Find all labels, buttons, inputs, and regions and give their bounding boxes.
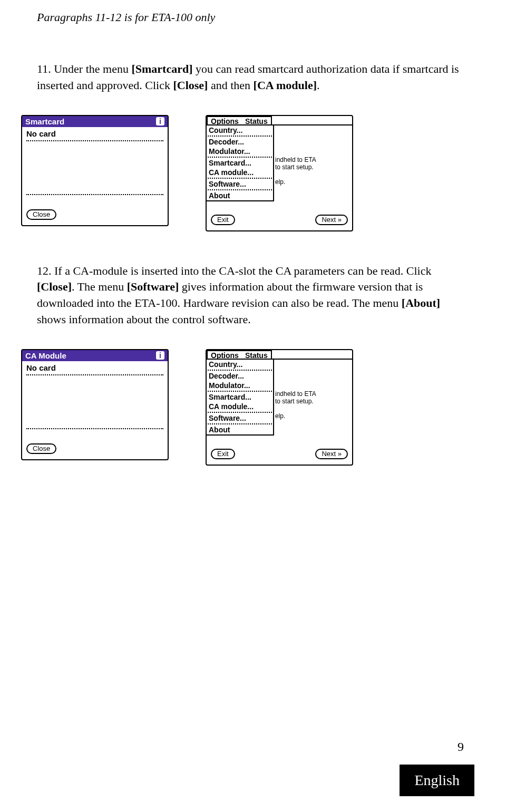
device-options: Options Status Country... Decoder... Mod… xyxy=(206,115,353,231)
header-note: Paragraphs 11-12 is for ETA-100 only xyxy=(37,11,469,24)
divider xyxy=(208,178,272,179)
menu-item-about[interactable]: About xyxy=(207,191,273,200)
menu-item-about[interactable]: About xyxy=(207,425,273,434)
divider xyxy=(26,140,163,141)
para-text: Under the menu xyxy=(51,62,132,75)
device-options: Options Status Country... Decoder... Mod… xyxy=(206,349,353,466)
device-body: No card xyxy=(22,361,168,440)
next-button[interactable]: Next » xyxy=(315,215,348,225)
device-smartcard: Smartcard i No card Close xyxy=(21,115,169,226)
bg-text: to start setup. xyxy=(275,163,314,171)
menu-ref: [CA module] xyxy=(254,79,317,92)
bg-text: indheld to ETA xyxy=(275,156,316,163)
para-text: . xyxy=(317,79,320,92)
para-text: shows information about the control soft… xyxy=(37,313,251,326)
exit-button[interactable]: Exit xyxy=(211,215,235,225)
bg-text: indheld to ETA xyxy=(275,390,316,398)
device-title: CA Module xyxy=(25,351,66,360)
bg-text: to start setup. xyxy=(275,398,314,405)
paragraph-12: 12. If a CA-module is inserted into the … xyxy=(37,263,469,328)
device-titlebar: Smartcard i xyxy=(22,116,168,127)
menu-ref: [About] xyxy=(402,296,440,310)
device-body: No card xyxy=(22,127,168,206)
menu-item-country[interactable]: Country... xyxy=(207,125,273,135)
page-number: 9 xyxy=(458,740,464,754)
para-num: 12. xyxy=(37,264,52,277)
menu-item-software[interactable]: Software... xyxy=(207,179,273,189)
para-text: . The menu xyxy=(72,280,127,293)
device-footer: Close xyxy=(22,440,168,459)
menu-item-modulator[interactable]: Modulator... xyxy=(207,147,273,156)
menu-item-country[interactable]: Country... xyxy=(207,360,273,369)
divider xyxy=(208,136,272,137)
device-body: Country... Decoder... Modulator... Smart… xyxy=(207,359,352,446)
options-menu: Country... Decoder... Modulator... Smart… xyxy=(206,124,274,201)
screenshot-row-1: Smartcard i No card Close Options Status… xyxy=(21,115,469,231)
info-icon: i xyxy=(156,351,164,360)
device-footer: Exit Next » xyxy=(207,446,352,465)
body-text: No card xyxy=(26,129,163,138)
menu-item-smartcard[interactable]: Smartcard... xyxy=(207,392,273,402)
bg-text: elp. xyxy=(275,178,285,186)
para-num: 11. xyxy=(37,62,51,75)
menu-ref: [Close] xyxy=(37,280,72,293)
language-label: English xyxy=(400,765,474,796)
device-camodule: CA Module i No card Close xyxy=(21,349,169,460)
device-title: Smartcard xyxy=(25,117,64,126)
divider xyxy=(26,428,163,429)
device-footer: Close xyxy=(22,206,168,225)
menu-ref: [Close] xyxy=(173,79,208,92)
divider xyxy=(26,374,163,375)
menu-ref: [Smartcard] xyxy=(131,62,192,75)
menu-item-camodule[interactable]: CA module... xyxy=(207,402,273,411)
body-text: No card xyxy=(26,363,163,372)
divider xyxy=(208,412,272,413)
options-menu: Country... Decoder... Modulator... Smart… xyxy=(206,359,274,436)
close-button[interactable]: Close xyxy=(26,209,56,220)
menu-item-decoder[interactable]: Decoder... xyxy=(207,371,273,381)
menu-item-modulator[interactable]: Modulator... xyxy=(207,381,273,390)
menu-item-decoder[interactable]: Decoder... xyxy=(207,137,273,147)
divider xyxy=(26,194,163,195)
para-text: and then xyxy=(208,79,253,92)
divider xyxy=(208,157,272,158)
menu-item-smartcard[interactable]: Smartcard... xyxy=(207,158,273,168)
close-button[interactable]: Close xyxy=(26,443,56,454)
paragraph-11: 11. Under the menu [Smartcard] you can r… xyxy=(37,61,469,94)
bg-text: elp. xyxy=(275,412,285,420)
screenshot-row-2: CA Module i No card Close Options Status… xyxy=(21,349,469,466)
next-button[interactable]: Next » xyxy=(315,449,348,459)
divider xyxy=(208,391,272,392)
divider xyxy=(208,423,272,424)
exit-button[interactable]: Exit xyxy=(211,449,235,459)
device-footer: Exit Next » xyxy=(207,211,352,230)
menu-item-camodule[interactable]: CA module... xyxy=(207,168,273,177)
info-icon: i xyxy=(156,117,164,125)
menu-item-software[interactable]: Software... xyxy=(207,413,273,423)
para-text: If a CA-module is inserted into the CA-s… xyxy=(52,264,432,277)
menu-ref: [Software] xyxy=(127,280,179,293)
divider xyxy=(208,189,272,190)
divider xyxy=(208,370,272,371)
device-body: Country... Decoder... Modulator... Smart… xyxy=(207,124,352,211)
device-titlebar: CA Module i xyxy=(22,350,168,361)
